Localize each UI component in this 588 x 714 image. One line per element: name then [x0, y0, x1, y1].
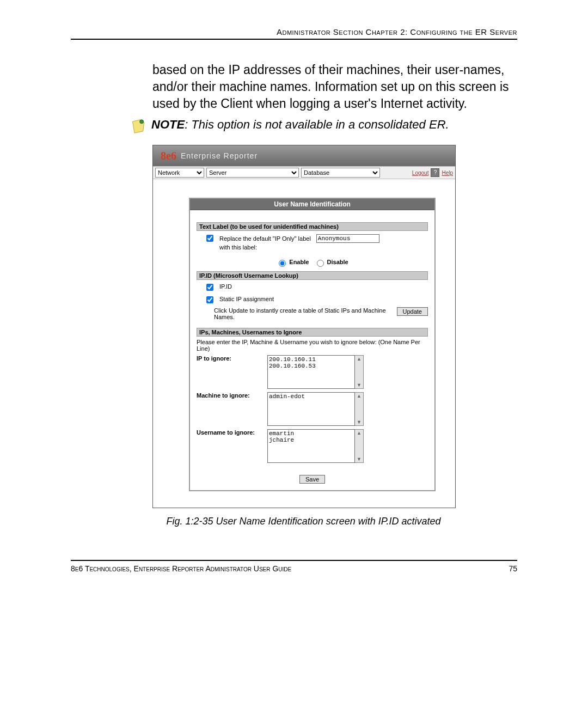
logout-link[interactable]: Logout — [412, 170, 429, 176]
section-ipid-head: IP.ID (Microsoft Username Lookup) — [197, 271, 428, 280]
server-select[interactable]: Server — [206, 168, 299, 178]
machine-ignore-textarea[interactable] — [267, 392, 355, 426]
save-button[interactable]: Save — [299, 475, 325, 484]
footer-left: 8e6 Technologies, Enterprise Reporter Ad… — [71, 564, 291, 573]
section-text-label-head: Text Label (to be used for unidentified … — [197, 222, 428, 231]
static-ip-label: Static IP assignment — [219, 296, 274, 302]
help-icon[interactable]: ? — [431, 168, 439, 177]
username-ignore-label: Username to ignore: — [197, 429, 262, 436]
replace-label-text-a: Replace the default "IP Only" label — [219, 235, 311, 242]
brand-logo: 8e6 — [161, 150, 176, 162]
panel-title: User Name Identification — [190, 199, 434, 210]
help-link[interactable]: Help — [442, 170, 453, 176]
enable-radio[interactable]: Enable — [276, 259, 309, 265]
disable-radio[interactable]: Disable — [314, 259, 348, 265]
update-button[interactable]: Update — [397, 307, 428, 316]
page-number: 75 — [509, 564, 517, 573]
ignore-hint: Please enter the IP, Machine & Username … — [197, 339, 428, 352]
page-footer: 8e6 Technologies, Enterprise Reporter Ad… — [71, 560, 517, 573]
note-label: NOTE — [151, 118, 185, 131]
section-ignore-head: IPs, Machines, Usernames to Ignore — [197, 328, 428, 337]
brand-subtitle: Enterprise Reporter — [181, 151, 258, 160]
ipid-label: IP.ID — [219, 283, 232, 290]
note-icon — [131, 119, 146, 134]
svg-point-0 — [140, 120, 144, 124]
note-text: : This option is not available in a cons… — [185, 118, 449, 131]
main-panel: User Name Identification Text Label (to … — [189, 198, 436, 491]
replace-label-text-b: with this label: — [219, 244, 428, 251]
update-hint: Click Update to instantly create a table… — [214, 307, 391, 320]
machine-ignore-label: Machine to ignore: — [197, 392, 262, 399]
titlebar: 8e6 Enterprise Reporter — [153, 145, 455, 166]
username-ignore-textarea[interactable] — [267, 429, 355, 463]
note-block: NOTE: This option is not available in a … — [131, 118, 517, 134]
body-paragraph: based on the IP addresses of their machi… — [152, 62, 517, 112]
figure-caption: Fig. 1:2-35 User Name Identification scr… — [152, 516, 455, 527]
page-header: Administrator Section Chapter 2: Configu… — [71, 27, 517, 40]
scrollbar[interactable]: ▲▼ — [355, 355, 364, 389]
ipid-checkbox[interactable] — [206, 284, 213, 291]
label-input[interactable] — [316, 234, 379, 243]
app-screenshot: 8e6 Enterprise Reporter Network Server D… — [152, 145, 456, 508]
ip-ignore-textarea[interactable] — [267, 355, 355, 389]
scrollbar[interactable]: ▲▼ — [355, 429, 364, 463]
database-select[interactable]: Database — [301, 168, 380, 178]
static-ip-checkbox[interactable] — [206, 296, 213, 303]
scrollbar[interactable]: ▲▼ — [355, 392, 364, 426]
ip-ignore-label: IP to ignore: — [197, 355, 262, 362]
network-select[interactable]: Network — [155, 168, 204, 178]
replace-label-checkbox[interactable] — [206, 235, 213, 242]
menubar: Network Server Database Logout ? Help — [153, 166, 455, 179]
